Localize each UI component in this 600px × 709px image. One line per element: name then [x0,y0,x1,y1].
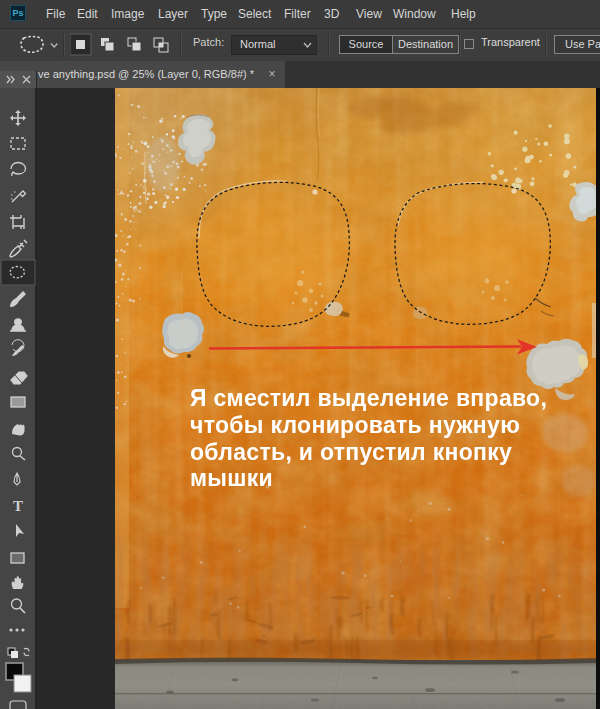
svg-text:T: T [13,498,23,514]
